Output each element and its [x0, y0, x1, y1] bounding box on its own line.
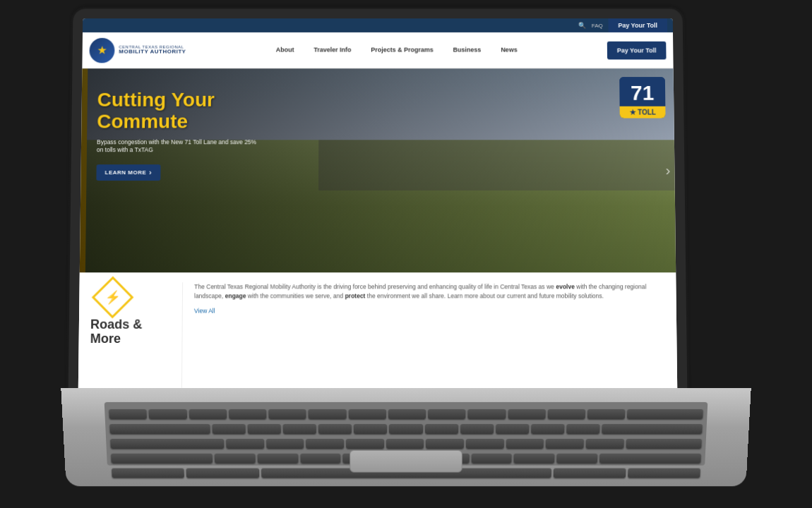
view-all-link[interactable]: View All — [194, 306, 665, 315]
key[interactable] — [566, 424, 600, 434]
key[interactable] — [587, 409, 626, 419]
logo-text: Central Texas Regional Mobility Authorit… — [119, 44, 186, 55]
key[interactable] — [226, 439, 264, 449]
key[interactable] — [186, 468, 259, 478]
logo-area[interactable]: ★ Central Texas Regional Mobility Author… — [89, 37, 186, 63]
roads-title-line1: Roads & — [90, 318, 143, 332]
desc-text-1: The Central Texas Regional Mobility Auth… — [194, 283, 556, 290]
logo-star-icon: ★ — [97, 44, 107, 57]
hero-section: Cutting Your Commute Bypass congestion w… — [80, 68, 676, 272]
key[interactable] — [318, 424, 352, 434]
key[interactable] — [111, 454, 213, 464]
roads-icon-box: ⚡ — [92, 277, 134, 319]
key[interactable] — [149, 409, 187, 419]
key[interactable] — [258, 454, 299, 464]
key[interactable] — [215, 454, 256, 464]
key[interactable] — [212, 424, 246, 434]
key[interactable] — [389, 424, 422, 434]
key[interactable] — [460, 424, 494, 434]
key[interactable] — [109, 424, 210, 434]
faq-link[interactable]: FAQ — [592, 23, 603, 29]
key[interactable] — [602, 424, 703, 434]
key[interactable] — [496, 424, 529, 434]
key[interactable] — [553, 468, 626, 478]
hero-next-arrow-button[interactable]: › — [666, 162, 671, 179]
desc-bold-evolve: evolve — [556, 283, 575, 290]
toll-badge-label-bar: ★ TOLL — [620, 107, 666, 119]
key[interactable] — [599, 454, 701, 464]
nav-links: About Traveler Info Projects & Programs … — [186, 32, 607, 68]
nav-projects-programs[interactable]: Projects & Programs — [361, 32, 443, 68]
description-text: The Central Texas Regional Mobility Auth… — [194, 282, 665, 301]
nav-news[interactable]: News — [491, 32, 527, 68]
key[interactable] — [229, 409, 267, 419]
search-icon[interactable]: 🔍 — [578, 22, 586, 29]
hero-btn-arrow-icon: › — [149, 169, 152, 176]
trackpad[interactable] — [350, 450, 462, 473]
roads-lightning-icon: ⚡ — [105, 289, 120, 305]
key[interactable] — [346, 439, 384, 449]
key[interactable] — [471, 454, 512, 464]
key[interactable] — [306, 439, 344, 449]
laptop-screen-bezel: 🔍 FAQ Pay Your Toll ★ Central Texas Regi… — [68, 8, 687, 404]
desc-bold-engage: engage — [225, 292, 246, 299]
toll-star-icon: ★ — [629, 109, 635, 116]
key[interactable] — [309, 409, 347, 419]
desc-text-3: with the communities we serve, and — [246, 292, 345, 299]
key[interactable] — [300, 454, 341, 464]
toll-badge-number: 71 — [619, 77, 665, 107]
roads-section: ⚡ Roads & More — [90, 282, 183, 388]
desc-text-4: the environment we all share. Learn more… — [365, 292, 604, 299]
key[interactable] — [531, 424, 565, 434]
key[interactable] — [547, 409, 585, 419]
hero-learn-more-button[interactable]: LEARN MORE › — [96, 165, 160, 181]
key[interactable] — [468, 409, 506, 419]
key[interactable] — [112, 468, 184, 478]
key[interactable] — [628, 468, 700, 478]
laptop-screen-inner: 🔍 FAQ Pay Your Toll ★ Central Texas Regi… — [78, 18, 678, 398]
pay-your-toll-nav-button[interactable]: Pay Your Toll — [607, 41, 667, 59]
key[interactable] — [354, 424, 387, 434]
hero-content: Cutting Your Commute Bypass congestion w… — [96, 90, 308, 181]
key[interactable] — [283, 424, 316, 434]
key[interactable] — [425, 424, 458, 434]
key[interactable] — [506, 439, 544, 449]
nav-about[interactable]: About — [266, 32, 304, 68]
key[interactable] — [189, 409, 227, 419]
key[interactable] — [266, 439, 304, 449]
laptop-base — [61, 388, 751, 486]
key[interactable] — [556, 454, 597, 464]
key[interactable] — [348, 409, 386, 419]
logo-big-text: Mobility Authority — [119, 49, 186, 56]
roads-title-line2: More — [90, 332, 121, 346]
key[interactable] — [586, 439, 624, 449]
nav-bar: ★ Central Texas Regional Mobility Author… — [82, 32, 673, 68]
hero-subtitle: Bypass congestion with the New 71 Toll L… — [97, 138, 259, 155]
toll-badge: 71 ★ TOLL — [619, 77, 665, 118]
toll-badge-label: TOLL — [638, 109, 656, 116]
key[interactable] — [466, 439, 504, 449]
nav-business[interactable]: Business — [443, 32, 491, 68]
website: 🔍 FAQ Pay Your Toll ★ Central Texas Regi… — [78, 18, 678, 398]
desc-bold-protect: protect — [345, 292, 365, 299]
key[interactable] — [546, 439, 584, 449]
key[interactable] — [268, 409, 306, 419]
hero-btn-label: LEARN MORE — [105, 169, 146, 176]
key[interactable] — [388, 409, 426, 419]
key[interactable] — [514, 454, 555, 464]
key[interactable] — [426, 439, 464, 449]
laptop-frame: 🔍 FAQ Pay Your Toll ★ Central Texas Regi… — [35, 7, 777, 501]
key[interactable] — [109, 409, 147, 419]
key[interactable] — [508, 409, 546, 419]
lower-content: ⚡ Roads & More The Central Texas Regiona… — [78, 272, 678, 398]
key[interactable] — [626, 439, 702, 449]
key[interactable] — [627, 409, 703, 419]
hero-title: Cutting Your Commute — [97, 90, 308, 133]
nav-traveler-info[interactable]: Traveler Info — [304, 32, 361, 68]
key[interactable] — [428, 409, 466, 419]
key[interactable] — [110, 439, 224, 449]
key[interactable] — [247, 424, 281, 434]
logo-circle: ★ — [89, 37, 114, 63]
top-utility-bar: 🔍 FAQ Pay Your Toll — [83, 18, 673, 32]
key[interactable] — [386, 439, 424, 449]
